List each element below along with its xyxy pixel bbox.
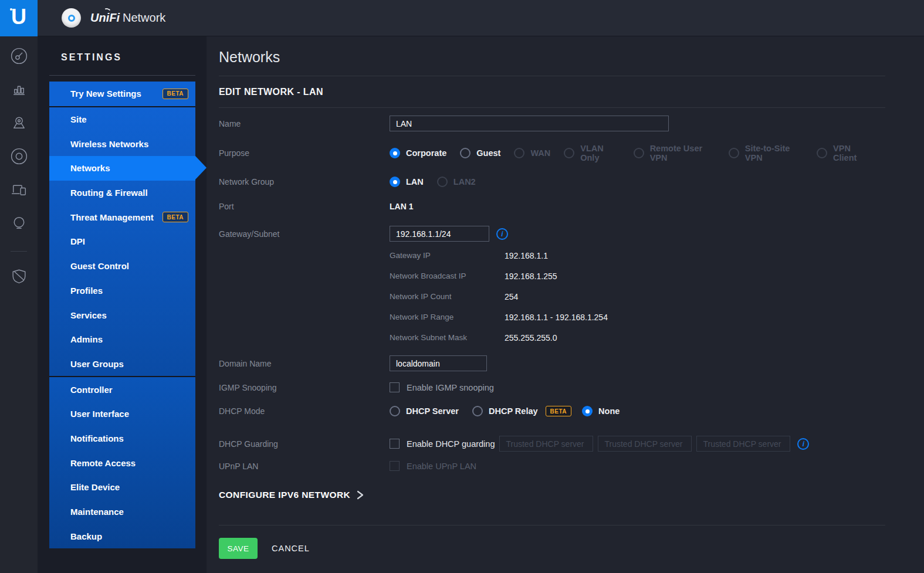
cancel-button[interactable]: CANCEL	[272, 544, 310, 553]
trusted-dhcp-server-3-input	[696, 436, 790, 452]
menu-item-user-groups[interactable]: User Groups	[49, 352, 195, 377]
menu-item-elite-device[interactable]: Elite Device	[49, 475, 195, 500]
network-group-option-lan2: LAN2	[437, 177, 476, 187]
info-icon[interactable]: i	[797, 438, 809, 450]
chevron-right-icon	[356, 490, 364, 500]
menu-item-threat-management[interactable]: Threat Management BETA	[49, 205, 195, 229]
settings-title-divider	[49, 75, 195, 76]
configure-ipv6-link[interactable]: CONFIGURE IPV6 NETWORK	[219, 490, 885, 500]
menu-item-admins[interactable]: Admins	[49, 327, 195, 352]
devices-icon[interactable]	[9, 146, 29, 166]
subnet-mask-label: Network Subnet Mask	[390, 333, 505, 343]
name-input[interactable]	[390, 116, 669, 131]
beta-badge: BETA	[546, 406, 571, 416]
purpose-option-guest[interactable]: Guest	[460, 148, 500, 158]
dhcp-guarding-row: DHCP Guarding Enable DHCP guarding i	[219, 436, 885, 452]
radio-icon	[472, 406, 483, 416]
menu-item-wireless-networks[interactable]: Wireless Networks	[49, 131, 195, 156]
info-icon[interactable]: i	[496, 228, 508, 240]
detail-row: Network IP Count 254	[390, 292, 885, 301]
menu-item-services[interactable]: Services	[49, 303, 195, 327]
map-icon[interactable]	[9, 113, 29, 133]
purpose-option-vpn-client: VPN Client	[817, 144, 872, 162]
dhcp-mode-option-relay[interactable]: DHCP Relay	[472, 406, 538, 416]
security-shield-icon[interactable]	[9, 266, 29, 286]
purpose-label: Purpose	[219, 148, 390, 158]
detail-row: Gateway IP 192.168.1.1	[390, 251, 885, 260]
checkbox-icon	[390, 382, 400, 392]
port-value: LAN 1	[390, 202, 413, 211]
ip-count-label: Network IP Count	[390, 292, 505, 301]
checkbox-icon	[390, 461, 400, 471]
dashboard-icon[interactable]	[9, 46, 29, 66]
menu-item-dpi[interactable]: DPI	[49, 229, 195, 254]
menu-item-routing-firewall[interactable]: Routing & Firewall	[49, 181, 195, 205]
broadcast-ip-label: Network Broadcast IP	[390, 272, 505, 281]
detail-row: Network Broadcast IP 192.168.1.255	[390, 272, 885, 281]
menu-item-networks[interactable]: Networks	[49, 156, 195, 181]
igmp-snooping-row: IGMP Snooping Enable IGMP snooping	[219, 382, 885, 392]
radio-icon	[460, 148, 471, 158]
insights-icon[interactable]	[9, 213, 29, 233]
rail-divider	[11, 251, 27, 252]
radio-selected-icon	[582, 406, 593, 416]
domain-name-input[interactable]	[390, 355, 487, 371]
domain-name-label: Domain Name	[219, 359, 390, 368]
radio-icon	[437, 177, 448, 187]
radio-icon	[817, 148, 827, 158]
gateway-details: Gateway IP 192.168.1.1 Network Broadcast…	[390, 251, 885, 343]
purpose-option-remote-user-vpn: Remote User VPN	[634, 144, 715, 162]
menu-item-backup[interactable]: Backup	[49, 524, 195, 548]
menu-item-guest-control[interactable]: Guest Control	[49, 254, 195, 279]
radio-selected-icon	[390, 148, 400, 158]
checkbox-icon	[390, 439, 400, 449]
network-group-option-lan[interactable]: LAN	[390, 177, 424, 187]
settings-title: SETTINGS	[61, 52, 207, 63]
dhcp-guarding-label: DHCP Guarding	[219, 439, 390, 449]
settings-menu: Try New Settings BETA Site Wireless Netw…	[49, 82, 195, 548]
gateway-subnet-input[interactable]	[390, 226, 489, 242]
upnp-lan-label: UPnP LAN	[219, 462, 390, 471]
clients-icon[interactable]	[9, 179, 29, 199]
purpose-option-corporate[interactable]: Corporate	[390, 148, 446, 158]
dhcp-mode-option-server[interactable]: DHCP Server	[390, 406, 459, 416]
domain-name-row: Domain Name	[219, 355, 885, 371]
menu-item-try-new-settings[interactable]: Try New Settings BETA	[49, 82, 195, 106]
ip-range-value: 192.168.1.1 - 192.168.1.254	[505, 313, 608, 322]
radio-selected-icon	[390, 177, 400, 187]
purpose-option-site-to-site-vpn: Site-to-Site VPN	[729, 144, 803, 162]
menu-item-controller[interactable]: Controller	[49, 377, 195, 402]
trusted-dhcp-server-2-input	[598, 436, 692, 452]
port-row: Port LAN 1	[219, 202, 885, 211]
selected-item-arrow	[195, 156, 207, 179]
igmp-snooping-checkbox[interactable]: Enable IGMP snooping	[390, 382, 494, 392]
menu-item-site[interactable]: Site	[49, 107, 195, 132]
dhcp-guarding-checkbox[interactable]: Enable DHCP guarding	[390, 439, 495, 449]
broadcast-ip-value: 192.168.1.255	[505, 272, 557, 281]
save-button[interactable]: SAVE	[219, 538, 258, 559]
igmp-snooping-label: IGMP Snooping	[219, 383, 390, 392]
purpose-option-wan: WAN	[514, 148, 550, 158]
dhcp-mode-label: DHCP Mode	[219, 406, 390, 416]
ip-count-value: 254	[505, 292, 518, 301]
menu-item-remote-access[interactable]: Remote Access	[49, 450, 195, 475]
statistics-icon[interactable]	[9, 79, 29, 99]
upnp-lan-row: UPnP LAN Enable UPnP LAN	[219, 461, 885, 471]
divider	[219, 107, 885, 108]
detail-row: Network IP Range 192.168.1.1 - 192.168.1…	[390, 313, 885, 322]
beta-badge: BETA	[163, 212, 188, 222]
menu-item-maintenance[interactable]: Maintenance	[49, 500, 195, 524]
port-label: Port	[219, 202, 390, 211]
ubiquiti-logo[interactable]: U	[0, 0, 38, 36]
edit-network-section-title: EDIT NETWORK - LAN	[219, 87, 885, 97]
app-title: UniFiNetwork	[90, 11, 165, 25]
dhcp-mode-option-none[interactable]: None	[582, 406, 620, 416]
menu-item-notifications[interactable]: Notifications	[49, 426, 195, 451]
page-title: Networks	[219, 49, 885, 66]
radio-icon	[514, 148, 524, 158]
menu-item-profiles[interactable]: Profiles	[49, 279, 195, 303]
trusted-dhcp-server-1-input	[499, 436, 593, 452]
form-actions: SAVE CANCEL	[219, 538, 885, 559]
purpose-option-vlan-only: VLAN Only	[564, 144, 620, 162]
menu-item-user-interface[interactable]: User Interface	[49, 402, 195, 426]
